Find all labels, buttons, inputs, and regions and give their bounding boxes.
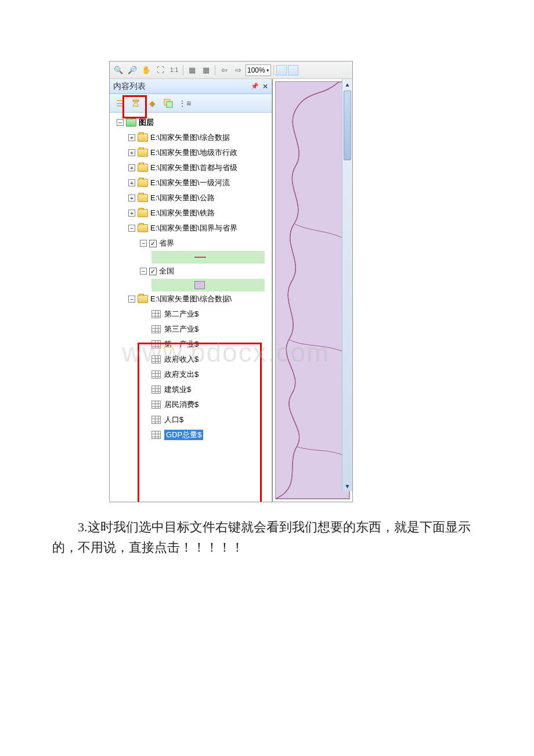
scroll-down-icon[interactable]: ▼: [342, 481, 352, 491]
folder-icon: [138, 194, 148, 202]
panel-title-text: 内容列表: [113, 81, 146, 92]
tree-folder[interactable]: + E:\国家矢量图\综合数据: [111, 130, 270, 145]
expand-icon[interactable]: +: [128, 210, 135, 217]
expand-icon[interactable]: +: [128, 149, 135, 156]
tree-folder[interactable]: + E:\国家矢量图\公路: [111, 190, 270, 206]
list-by-drawing-icon[interactable]: ☰: [113, 97, 126, 110]
collapse-icon[interactable]: −: [128, 296, 135, 303]
map-canvas[interactable]: [275, 81, 350, 499]
table-name: 第一产业$: [164, 339, 199, 350]
separator: [215, 65, 215, 75]
toc-tree: − 图层 + E:\国家矢量图\综合数据 + E:\国家矢量图\地级市行政 +: [110, 113, 272, 502]
grid-icon[interactable]: ▦: [186, 64, 199, 77]
scrollbar-vertical[interactable]: ▲ ▼: [342, 79, 352, 491]
tree-layer[interactable]: − ✓ 全国: [111, 264, 270, 279]
tree-root[interactable]: − 图层: [111, 115, 270, 130]
tree-folder[interactable]: + E:\国家矢量图\一级河流: [111, 175, 270, 190]
tree-table-selected[interactable]: GDP总量$: [111, 427, 270, 442]
tree-folder-label: E:\国家矢量图\综合数据: [150, 132, 230, 143]
back-icon[interactable]: ⇦: [218, 64, 230, 77]
grid-icon-2[interactable]: ▦: [200, 64, 212, 77]
tool-icon-2[interactable]: [288, 65, 298, 75]
full-extent-icon[interactable]: ⛶: [154, 64, 167, 77]
tree-table[interactable]: 第一产业$: [111, 337, 270, 352]
table-icon: [151, 325, 161, 333]
layer-checkbox[interactable]: ✓: [149, 240, 157, 247]
tree-folder-label: E:\国家矢量图\首都与省级: [150, 163, 237, 173]
scroll-up-icon[interactable]: ▲: [342, 79, 352, 89]
tree-layer[interactable]: − ✓ 省界: [111, 236, 270, 251]
zoom-out-icon[interactable]: 🔎: [126, 64, 139, 77]
tool-icon-1[interactable]: [276, 65, 287, 75]
table-name: 政府收入$: [164, 354, 199, 365]
table-icon: [151, 386, 161, 394]
pin-icon[interactable]: 📌: [251, 82, 259, 91]
zoom-combo[interactable]: 100% ▾: [246, 64, 271, 76]
arcmap-screenshot: 🔍 🔎 ✋ ⛶ 1:1 ▦ ▦ ⇦ ⇨ 100% ▾ 内容列表 📌 ✕: [109, 61, 353, 502]
svg-rect-1: [167, 102, 172, 107]
layer-symbol-line: [194, 257, 206, 258]
tree-folder-open[interactable]: − E:\国家矢量图\国界与省界: [111, 221, 270, 236]
separator: [183, 65, 183, 75]
layers-icon: [126, 118, 136, 127]
options-icon[interactable]: ⋮≡: [178, 97, 191, 110]
list-by-visibility-icon[interactable]: ◆: [146, 97, 158, 110]
table-name: 建筑业$: [164, 384, 191, 395]
table-name: 第三产业$: [164, 324, 199, 334]
list-by-source-icon[interactable]: [129, 97, 142, 110]
tree-table[interactable]: 政府支出$: [111, 367, 270, 382]
table-name: 人口$: [164, 415, 183, 425]
table-name: 居民消费$: [164, 399, 199, 410]
collapse-icon[interactable]: −: [117, 119, 124, 126]
scrollbar-thumb[interactable]: [344, 91, 351, 160]
expand-icon[interactable]: +: [128, 134, 135, 141]
step-caption: 3.这时我们选中目标文件右键就会看到我们想要的东西，就是下面显示的，不用说，直接…: [52, 517, 482, 557]
tree-folder[interactable]: + E:\国家矢量图\首都与省级: [111, 160, 270, 175]
collapse-icon[interactable]: −: [140, 240, 147, 247]
tree-table[interactable]: 政府收入$: [111, 352, 270, 367]
layer-symbol-row[interactable]: [151, 279, 265, 291]
map-view[interactable]: ▲ ▼: [272, 79, 352, 502]
tree-folder-label: E:\国家矢量图\综合数据\: [150, 294, 232, 304]
pan-icon[interactable]: ✋: [140, 64, 153, 77]
table-icon: [151, 310, 161, 318]
table-icon: [151, 370, 161, 379]
toc-panel: 内容列表 📌 ✕ ☰ ◆: [110, 79, 272, 502]
tree-folder[interactable]: + E:\国家矢量图\地级市行政: [111, 145, 270, 160]
tree-table[interactable]: 居民消费$: [111, 397, 270, 412]
tree-table[interactable]: 第二产业$: [111, 307, 270, 322]
tree-table[interactable]: 人口$: [111, 412, 270, 427]
layer-checkbox[interactable]: ✓: [149, 268, 157, 275]
list-by-selection-icon[interactable]: [162, 97, 175, 110]
table-name-selected: GDP总量$: [164, 430, 203, 440]
table-name: 第二产业$: [164, 309, 199, 319]
fixed-zoom-in-icon[interactable]: 1:1: [168, 64, 181, 77]
expand-icon[interactable]: +: [128, 164, 135, 171]
tree-folder-label: E:\国家矢量图\一级河流: [150, 178, 230, 188]
tree-table[interactable]: 建筑业$: [111, 382, 270, 397]
layer-name: 省界: [159, 238, 174, 249]
close-icon[interactable]: ✕: [262, 82, 268, 91]
layer-name: 全国: [159, 266, 174, 276]
tree-folder[interactable]: + E:\国家矢量图\铁路: [111, 206, 270, 221]
folder-icon: [138, 179, 148, 187]
toc-toolbar: ☰ ◆ ⋮≡: [110, 94, 272, 113]
expand-icon[interactable]: +: [128, 179, 135, 186]
zoom-value: 100%: [247, 66, 265, 74]
folder-icon: [138, 149, 148, 157]
layer-symbol-row[interactable]: [151, 251, 265, 264]
expand-icon[interactable]: +: [128, 195, 135, 201]
layer-symbol-fill: [194, 281, 205, 289]
tree-table[interactable]: 第三产业$: [111, 322, 270, 337]
map-shape: [276, 82, 349, 499]
tree-folder-label: E:\国家矢量图\公路: [150, 193, 215, 203]
folder-icon: [138, 134, 148, 142]
tree-data-folder[interactable]: − E:\国家矢量图\综合数据\: [111, 291, 270, 307]
table-icon: [151, 431, 161, 439]
table-icon: [151, 355, 161, 363]
zoom-in-icon[interactable]: 🔍: [112, 64, 125, 77]
table-icon: [151, 401, 161, 409]
collapse-icon[interactable]: −: [128, 225, 135, 232]
forward-icon[interactable]: ⇨: [232, 64, 244, 77]
collapse-icon[interactable]: −: [140, 268, 147, 275]
